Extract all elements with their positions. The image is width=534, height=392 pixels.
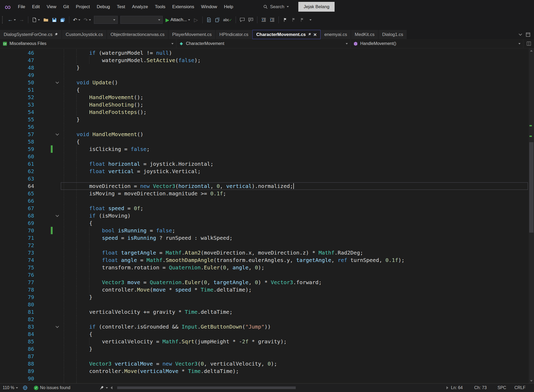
line-number[interactable]: 72: [0, 242, 34, 249]
window-layout-icon[interactable]: [526, 33, 530, 37]
code-line-69[interactable]: 69 {: [0, 219, 529, 227]
search-control[interactable]: Search: [263, 0, 289, 13]
code-line-74[interactable]: 74 float angle = Mathf.SmoothDampAngle(t…: [0, 256, 529, 264]
line-number[interactable]: 85: [0, 338, 34, 345]
horizontal-scrollbar[interactable]: [117, 386, 442, 389]
menu-edit[interactable]: Edit: [29, 2, 43, 12]
tab-overflow-chevron-icon[interactable]: [519, 32, 522, 36]
code-line-46[interactable]: 46 if (watergunModel != null): [0, 49, 529, 57]
line-number[interactable]: 63: [0, 175, 34, 182]
pin-icon[interactable]: [308, 32, 311, 37]
split-editor-control[interactable]: [523, 39, 534, 48]
line-number[interactable]: 89: [0, 367, 34, 375]
line-number[interactable]: 75: [0, 264, 34, 271]
code-line-85[interactable]: 85 verticalVelocity = Mathf.Sqrt(jumpHei…: [0, 338, 529, 345]
line-number[interactable]: 64: [0, 182, 34, 190]
code-line-86[interactable]: 86 }: [0, 345, 529, 353]
line-number[interactable]: 76: [0, 271, 34, 279]
code-line-72[interactable]: 72: [0, 242, 529, 249]
menu-file[interactable]: File: [15, 2, 29, 12]
member-dropdown[interactable]: HandleMovement(): [351, 39, 523, 48]
pin-icon[interactable]: [54, 32, 58, 37]
code-line-51[interactable]: 51 {: [0, 86, 529, 94]
code-line-66[interactable]: 66: [0, 197, 529, 205]
code-line-70[interactable]: 70 bool isRunning = false;: [0, 227, 529, 234]
tab-HPIndicator.cs[interactable]: HPIndicator.cs: [216, 30, 252, 39]
line-number[interactable]: 61: [0, 160, 34, 168]
code-cleanup-control[interactable]: [99, 386, 108, 390]
hscroll-left-arrow-icon[interactable]: [111, 386, 112, 389]
code-line-61[interactable]: 61 float horizontal = joystick.Horizonta…: [0, 160, 529, 168]
code-line-47[interactable]: 47 watergunModel.SetActive(false);: [0, 57, 529, 64]
line-number[interactable]: 57: [0, 131, 34, 138]
line-number[interactable]: 56: [0, 123, 34, 131]
horizontal-scrollbar-thumb[interactable]: [117, 386, 296, 389]
line-indicator[interactable]: Ln: 64: [451, 385, 474, 390]
tab-DialogSystemForOne.cs[interactable]: DialogSystemForOne.cs: [0, 30, 62, 39]
code-line-90[interactable]: 90: [0, 375, 529, 382]
type-dropdown[interactable]: CharacterMovement: [176, 39, 351, 48]
comment-button[interactable]: [238, 15, 246, 24]
line-number[interactable]: 47: [0, 57, 34, 64]
code-line-87[interactable]: 87: [0, 353, 529, 360]
previous-bookmark-button[interactable]: [290, 15, 298, 24]
spell-check-button[interactable]: abc✓: [222, 15, 233, 24]
code-line-63[interactable]: 63: [0, 175, 529, 182]
line-number[interactable]: 52: [0, 94, 34, 101]
issues-indicator[interactable]: ✓ No issues found: [34, 385, 70, 390]
code-line-73[interactable]: 73 float targetAngle = Mathf.Atan2(moveD…: [0, 249, 529, 256]
line-number[interactable]: 68: [0, 212, 34, 219]
line-number[interactable]: 65: [0, 190, 34, 197]
decrease-indent-button[interactable]: [260, 15, 268, 24]
line-number[interactable]: 73: [0, 249, 34, 256]
line-number[interactable]: 69: [0, 219, 34, 227]
line-ending-indicator[interactable]: CRLF: [514, 385, 531, 390]
tab-Dialog1.cs[interactable]: Dialog1.cs: [378, 30, 407, 39]
code-line-91[interactable]: 91 anim.SetFloat("move", speed);: [0, 382, 529, 383]
line-number[interactable]: 71: [0, 234, 34, 242]
increase-indent-button[interactable]: [268, 15, 276, 24]
code-editor[interactable]: 46 if (watergunModel != null)47 watergun…: [0, 48, 534, 383]
code-line-83[interactable]: 83 if (controller.isGrounded && Input.Ge…: [0, 323, 529, 330]
line-number[interactable]: 78: [0, 286, 34, 293]
code-line-54[interactable]: 54 HandleFootsteps();: [0, 108, 529, 116]
code-line-55[interactable]: 55 }: [0, 116, 529, 123]
line-number[interactable]: 88: [0, 360, 34, 367]
code-line-53[interactable]: 53 HandleShooting();: [0, 101, 529, 108]
code-line-78[interactable]: 78 controller.Move(move * speed * Time.d…: [0, 286, 529, 293]
menu-analyze[interactable]: Analyze: [129, 2, 151, 12]
line-number[interactable]: 59: [0, 145, 34, 153]
line-number[interactable]: 49: [0, 71, 34, 79]
line-number[interactable]: 90: [0, 375, 34, 382]
fold-chevron-icon[interactable]: [54, 212, 60, 219]
code-line-48[interactable]: 48 }: [0, 64, 529, 71]
menu-git[interactable]: Git: [60, 2, 72, 12]
hscroll-right-arrow-icon[interactable]: [446, 386, 448, 389]
line-number[interactable]: 53: [0, 101, 34, 108]
scroll-up-arrow-icon[interactable]: [529, 48, 534, 53]
tab-CharacterMovement.cs[interactable]: CharacterMovement.cs×: [252, 30, 321, 39]
project-dropdown[interactable]: C# Miscellaneous Files: [0, 39, 176, 48]
attach-button[interactable]: ▶ Attach...: [164, 15, 191, 24]
vertical-scrollbar-thumb[interactable]: [529, 142, 533, 233]
menu-test[interactable]: Test: [113, 2, 129, 12]
code-line-84[interactable]: 84 {: [0, 330, 529, 338]
tab-CustomJoystick.cs[interactable]: CustomJoystick.cs: [62, 30, 107, 39]
open-file-button[interactable]: [42, 15, 50, 24]
code-line-89[interactable]: 89 controller.Move(verticalMove * Time.d…: [0, 367, 529, 375]
line-number[interactable]: 81: [0, 308, 34, 316]
fold-chevron-icon[interactable]: [54, 79, 60, 86]
line-number[interactable]: 82: [0, 316, 34, 323]
code-line-52[interactable]: 52 HandleMovement();: [0, 94, 529, 101]
line-number[interactable]: 46: [0, 49, 34, 57]
code-line-80[interactable]: 80: [0, 301, 529, 308]
undo-button[interactable]: ↶: [72, 15, 82, 24]
line-number[interactable]: 84: [0, 330, 34, 338]
configuration-dropdown[interactable]: [94, 16, 118, 24]
line-number[interactable]: 70: [0, 227, 34, 234]
navigate-back-button[interactable]: ←: [6, 15, 17, 24]
toggle-bookmark-button[interactable]: [281, 15, 289, 24]
line-number[interactable]: 60: [0, 153, 34, 160]
code-line-59[interactable]: 59 isClicking = false;: [0, 145, 529, 153]
code-line-68[interactable]: 68 if (isMoving): [0, 212, 529, 219]
